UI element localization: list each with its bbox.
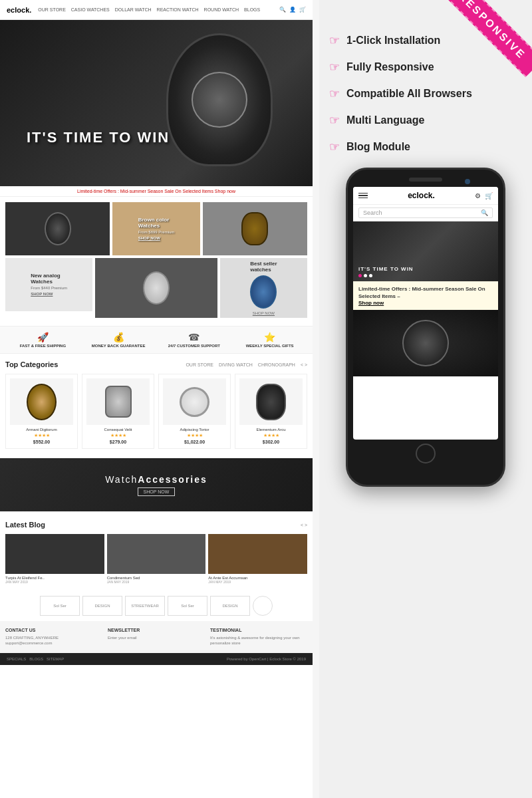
feature-item-4: ☞ Multi Language (329, 113, 522, 128)
grid-image-5 (95, 258, 217, 318)
categories-title: Top Categories (5, 360, 58, 368)
product-name-2: Consequat Velit (86, 428, 150, 432)
user-icon: 👤 (289, 7, 296, 13)
search-icon: 🔍 (279, 7, 286, 13)
phone-promo-text: Limited-time Offers : Mid-summer Season … (358, 285, 493, 300)
feature-weekly-gifts: ⭐ WEEKLY SPECIAL GIFTS (233, 332, 306, 348)
grid-row-2: New analogWatchesFrom $440 PremiumSHOP N… (5, 258, 307, 318)
product-name-4: Elementum Arcu (239, 428, 303, 432)
product-stars-2: ★★★★ (86, 433, 150, 438)
footer-newsletter-title: NEWSLETTER (108, 628, 205, 632)
footer-testimonial-text: It's astonishing & awesome for designing… (210, 635, 307, 646)
blog-title: Latest Blog (5, 521, 45, 529)
brand-5: DESIGN (210, 596, 250, 616)
grid-item-3 (203, 202, 307, 255)
product-card-1: Armani Digitorum ★★★★ $552.00 (5, 374, 78, 449)
footer-testimonial: TESTIMONIAL It's astonishing & awesome f… (210, 628, 307, 646)
phone-search-box: Search 🔍 (358, 207, 493, 218)
hero-section: IT'S TIME TO WIN (0, 20, 313, 186)
grid-row-1: Brown colorWatchesFrom $699 PremiumSHOP … (5, 202, 307, 255)
blog-image-3 (208, 534, 307, 574)
phone-speaker (409, 178, 442, 182)
categories-header: Top Categories OUR STORE DIVING WATCH CH… (5, 360, 307, 368)
product-image-2 (86, 378, 150, 425)
blog-section: Latest Blog < > Turpis At Eleifend Fe.. … (0, 514, 313, 591)
responsive-ribbon: RESPONSIVE (446, 0, 532, 77)
website-preview: eclock. OUR STORE CASIO WATCHES DOLLAR W… (0, 0, 313, 798)
grid-item-2: Brown colorWatchesFrom $699 PremiumSHOP … (112, 202, 200, 255)
phone-cart-icon: 🛒 (485, 192, 493, 200)
product-grid: Brown colorWatchesFrom $699 PremiumSHOP … (0, 197, 313, 326)
blog-date-1: JAN MAY 2019 (5, 580, 104, 584)
feature-text-1: 1-Click Installation (346, 35, 440, 47)
grid-item-6: Best sellerwatches SHOP NOW (220, 258, 307, 318)
feature-support: ☎ 24/7 CUSTOMER SUPPORT (158, 332, 231, 348)
feature-text-3: Compatible All Browsers (346, 88, 472, 100)
grid-image-2: Brown colorWatchesFrom $699 PremiumSHOP … (112, 202, 200, 255)
phone-search: Search 🔍 (353, 205, 498, 221)
cart-icon: 🛒 (299, 7, 306, 13)
product-stars-3: ★★★★ (163, 433, 226, 438)
blog-icon: ☞ (329, 140, 340, 154)
blog-row: Turpis At Eleifend Fe.. JAN MAY 2019 Con… (5, 534, 307, 584)
feature-text-5: Blog Module (346, 141, 410, 153)
phone-promo: Limited-time Offers : Mid-summer Season … (353, 281, 498, 310)
blog-item-2: Condimentum Sed JAN MAY 2019 (107, 534, 206, 584)
feature-item-3: ☞ Compatible All Browsers (329, 86, 522, 101)
phone-hero: IT'S TIME TO WIN (353, 221, 498, 281)
product-stars-4: ★★★★ (239, 433, 303, 438)
click-icon: ☞ (329, 33, 340, 48)
phone-gear-icon: ⚙ (475, 192, 481, 200)
phone-dot-1 (358, 274, 362, 277)
nav-links: OUR STORE CASIO WATCHES DOLLAR WATCH REA… (38, 7, 273, 12)
product-card-3: Adipiscing Tortor ★★★★ $1,022.00 (158, 374, 231, 449)
brand-2: DESIGN (82, 596, 122, 616)
phone-nav-icons: ⚙ 🛒 (475, 192, 493, 200)
product-image-1 (10, 378, 73, 425)
product-price-1: $552.00 (10, 440, 73, 444)
brands-row: Sol Ser DESIGN STREETWEAR Sol Ser DESIGN (0, 591, 313, 621)
phone-watch-image (353, 310, 498, 376)
accessories-title: WatchAccessories (105, 474, 207, 485)
feature-money-back: 💰 MONEY BACK GUARANTEE (82, 332, 155, 348)
feature-text-2: Fully Responsive (346, 61, 434, 73)
product-price-4: $302.00 (239, 440, 303, 444)
phone-dot-2 (364, 274, 367, 277)
brand-3: STREETWEAR (125, 596, 165, 616)
phone-shop-link: Shop now (358, 300, 493, 306)
phone-carousel-dots (358, 274, 414, 277)
product-card-2: Consequat Velit ★★★★ $279.00 (82, 374, 154, 449)
phone-search-icon: 🔍 (481, 209, 488, 216)
bottom-footer: SPECIALS BLOGS SITEMAP Powered by OpenCa… (0, 653, 313, 665)
categories-section: Top Categories OUR STORE DIVING WATCH CH… (0, 354, 313, 456)
accessories-banner: WatchAccessories SHOP NOW (0, 458, 313, 511)
blog-date-3: JAN MAY 2019 (208, 580, 307, 584)
grid-image-6: Best sellerwatches SHOP NOW (220, 258, 307, 318)
blog-item-3: At Ante Est Accumsan JAN MAY 2019 (208, 534, 307, 584)
footer-testimonial-title: TESTIMONIAL (210, 628, 307, 632)
phone-nav: eclock. ⚙ 🛒 (353, 187, 498, 205)
responsive-banner: RESPONSIVE (446, 0, 532, 86)
footer-newsletter-text: Enter your email (108, 635, 205, 640)
product-stars-1: ★★★★ (10, 433, 73, 438)
footer-contact-text: 128 CRAFTING, ANYWHEREsupport@ecommerce.… (5, 635, 102, 646)
phone-screen: eclock. ⚙ 🛒 Search 🔍 IT'S TIME TO WIN (353, 187, 498, 440)
product-image-3 (163, 378, 226, 425)
footer-contact: CONTACT US 128 CRAFTING, ANYWHEREsupport… (5, 628, 102, 646)
product-image-4 (239, 378, 303, 425)
phone-camera (465, 179, 470, 184)
brand-4: Sol Ser (168, 596, 207, 616)
features-row: 🚀 FAST & FREE SHIPPING 💰 MONEY BACK GUAR… (0, 326, 313, 354)
hero-text: IT'S TIME TO WIN (27, 129, 170, 146)
product-price-3: $1,022.00 (163, 440, 226, 444)
grid-item-4: New analogWatchesFrom $440 PremiumSHOP N… (5, 258, 92, 318)
product-price-2: $279.00 (86, 440, 150, 444)
blog-image-2 (107, 534, 206, 574)
grid-image-1 (5, 202, 110, 255)
grid-image-4: New analogWatchesFrom $440 PremiumSHOP N… (5, 258, 92, 311)
brand-6 (253, 596, 273, 616)
categories-nav: OUR STORE DIVING WATCH CHRONOGRAPH < > (186, 362, 307, 367)
grid-item-1 (5, 202, 110, 255)
grid-label-2: Brown colorWatchesFrom $699 PremiumSHOP … (136, 214, 178, 243)
blog-item-1: Turpis At Eleifend Fe.. JAN MAY 2019 (5, 534, 104, 584)
